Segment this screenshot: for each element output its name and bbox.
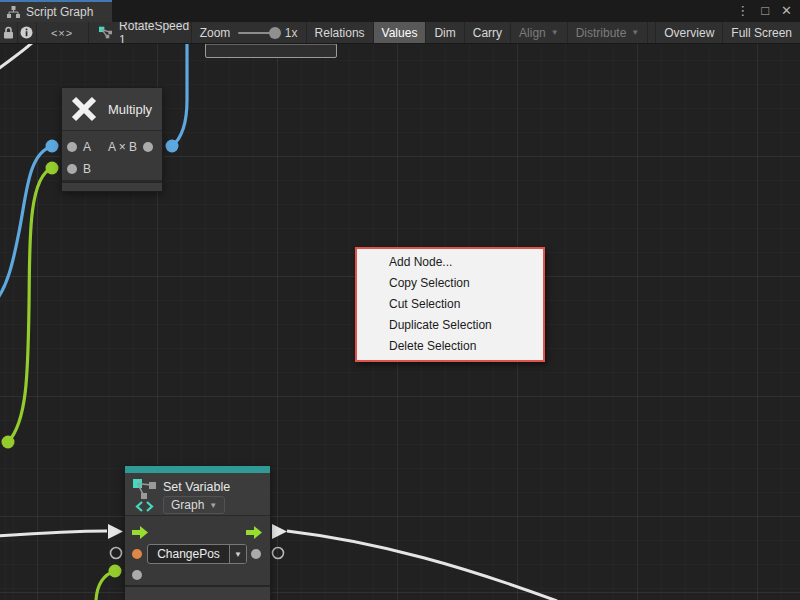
wire-endpoint-green xyxy=(2,436,15,449)
exec-wire-top-left xyxy=(0,44,33,69)
multiply-ports: A A × B B xyxy=(62,130,162,181)
toolbar-button-distribute[interactable]: Distribute ▼ xyxy=(568,22,649,43)
zoom-control: Zoom 1x xyxy=(192,22,307,43)
graph-reference[interactable]: RotateSpeed 1 xyxy=(89,22,192,43)
maximize-icon[interactable]: □ xyxy=(761,0,769,22)
menu-item-duplicate-selection[interactable]: Duplicate Selection xyxy=(357,315,543,336)
wire-endpoint-green xyxy=(46,162,59,175)
exec-wire-into-set-variable xyxy=(0,531,107,536)
node-multiply[interactable]: Multiply A A × B B xyxy=(62,88,162,191)
toolbar-button-align[interactable]: Align ▼ xyxy=(511,22,568,43)
script-graph-window: Script Graph ⋮ □ ✕ <×> xyxy=(0,0,800,600)
menu-item-delete-selection[interactable]: Delete Selection xyxy=(357,336,543,357)
chevron-down-icon: ▼ xyxy=(209,501,217,510)
unconnected-port-circle[interactable] xyxy=(273,548,284,559)
port-input-b[interactable] xyxy=(67,164,77,174)
set-variable-icon xyxy=(133,477,159,513)
floating-input-box[interactable] xyxy=(205,44,337,58)
toolbar-button-dim[interactable]: Dim xyxy=(426,22,464,43)
info-icon xyxy=(20,26,33,39)
toolbar-button-carry[interactable]: Carry xyxy=(465,22,511,43)
port-label-a: A xyxy=(83,140,91,154)
graph-icon xyxy=(7,6,20,18)
graph-reference-label: RotateSpeed 1 xyxy=(119,22,191,44)
toolbar-button-relations[interactable]: Relations xyxy=(307,22,374,43)
variable-scope-dropdown[interactable]: Graph ▼ xyxy=(163,496,225,514)
set-variable-footer xyxy=(125,585,270,600)
value-wire-blue-input xyxy=(0,146,52,298)
code-icon: <×> xyxy=(51,27,73,39)
graph-canvas[interactable]: Multiply A A × B B xyxy=(0,44,800,600)
multiply-icon xyxy=(71,96,97,122)
exec-output-arrow-icon[interactable] xyxy=(246,526,263,539)
exec-arrow-out xyxy=(272,524,287,539)
set-variable-ports: ChangePos ▼ xyxy=(125,515,270,585)
unconnected-port-circle[interactable] xyxy=(111,548,122,559)
info-button[interactable] xyxy=(18,22,36,43)
node-title: Multiply xyxy=(108,102,152,117)
toolbar-button-values[interactable]: Values xyxy=(374,22,427,43)
menu-item-copy-selection[interactable]: Copy Selection xyxy=(357,273,543,294)
wire-endpoint-blue xyxy=(46,140,59,153)
zoom-value: 1x xyxy=(285,26,298,40)
port-input-a[interactable] xyxy=(67,142,77,152)
close-icon[interactable]: ✕ xyxy=(781,0,792,22)
value-wire-green-input xyxy=(8,168,52,442)
zoom-slider[interactable] xyxy=(238,32,276,34)
port-value-output[interactable] xyxy=(251,549,261,559)
node-set-variable[interactable]: Set Variable Graph ▼ ChangePos ▼ xyxy=(125,466,270,600)
chevron-down-icon: ▼ xyxy=(229,545,246,563)
multiply-footer xyxy=(62,181,162,191)
node-title: Set Variable xyxy=(163,480,230,494)
zoom-label: Zoom xyxy=(200,26,231,40)
more-menu-icon[interactable]: ⋮ xyxy=(736,0,749,22)
multiply-header: Multiply xyxy=(62,88,162,130)
exec-wire-out-of-set-variable xyxy=(287,531,557,600)
set-variable-header: Set Variable Graph ▼ xyxy=(125,473,270,515)
chevron-down-icon: ▼ xyxy=(551,28,559,37)
window-controls: ⋮ □ ✕ xyxy=(736,0,792,22)
lock-button[interactable] xyxy=(0,22,18,43)
port-value-input[interactable] xyxy=(132,549,142,559)
port-output-result[interactable] xyxy=(143,142,153,152)
wire-endpoint-green xyxy=(109,565,122,578)
exec-arrow-in xyxy=(108,524,123,539)
toolbar-button-full-screen[interactable]: Full Screen xyxy=(723,22,800,43)
menu-item-cut-selection[interactable]: Cut Selection xyxy=(357,294,543,315)
lock-icon xyxy=(3,26,14,39)
tab-title: Script Graph xyxy=(26,5,93,19)
graph-toolbar: <×> RotateSpeed 1 Zoom 1x Relations Valu… xyxy=(0,22,800,44)
variable-accent-strip xyxy=(125,466,270,473)
exec-input-arrow-icon[interactable] xyxy=(132,526,149,539)
zoom-slider-handle[interactable] xyxy=(269,27,281,39)
tab-script-graph[interactable]: Script Graph xyxy=(0,0,112,22)
port-label-b: B xyxy=(83,162,91,176)
wire-endpoint-blue xyxy=(166,140,179,153)
menu-item-add-node[interactable]: Add Node... xyxy=(357,252,543,273)
value-wire-blue-result xyxy=(172,44,187,146)
tab-bar: Script Graph ⋮ □ ✕ xyxy=(0,0,800,22)
code-view-button[interactable]: <×> xyxy=(37,22,89,43)
chevron-down-icon: ▼ xyxy=(631,28,639,37)
port-label-result: A × B xyxy=(108,140,137,154)
port-extra-input[interactable] xyxy=(132,570,142,580)
node-icon xyxy=(99,26,112,39)
toolbar-button-overview[interactable]: Overview xyxy=(655,22,723,43)
context-menu: Add Node... Copy Selection Cut Selection… xyxy=(355,247,545,362)
variable-name-dropdown[interactable]: ChangePos ▼ xyxy=(147,544,247,564)
